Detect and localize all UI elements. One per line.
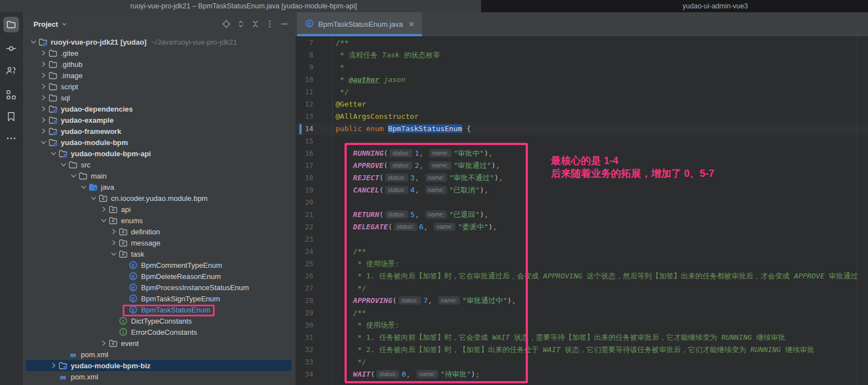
tree-item-pom.xml[interactable]: mpom.xml <box>23 371 295 382</box>
editor-tab[interactable]: E BpmTaskStatusEnum.java ✕ <box>297 12 422 36</box>
tree-item-.github[interactable]: .github <box>23 59 295 70</box>
line-number: 13 <box>295 110 313 123</box>
tree-item-ruoyi-vue-pro-jdk21-yudao-[interactable]: ruoyi-vue-pro-jdk21 [yudao]~/Java/ruoyi-… <box>23 36 295 47</box>
tree-item-api[interactable]: api <box>23 204 295 215</box>
tree-item-label: cn.iocoder.yudao.module.bpm <box>109 194 209 203</box>
structure-icon[interactable] <box>4 88 18 102</box>
tree-item-yudao-example[interactable]: yudao-example <box>23 114 295 126</box>
token: 审批通过 <box>825 272 858 280</box>
line-number: 26 <box>295 270 313 282</box>
tree-item-label: sql <box>59 94 72 102</box>
hide-panel-icon[interactable] <box>280 20 289 28</box>
locate-file-icon[interactable] <box>222 20 231 28</box>
line-number: 22 <box>295 221 313 233</box>
chevron-right-icon[interactable] <box>38 82 49 91</box>
tree-item-yudao-dependencies[interactable]: yudao-dependencies <box>23 103 295 114</box>
line-number: 15 <box>295 135 313 147</box>
window-title-bar-background-window[interactable]: yudao-ui-admin-vue3 <box>481 0 868 12</box>
editor-area: E BpmTaskStatusEnum.java ✕ 7891011121314… <box>295 12 868 385</box>
chevron-right-icon[interactable] <box>38 49 49 57</box>
tree-item-label: task <box>129 250 146 258</box>
more-options-icon[interactable] <box>265 20 274 28</box>
chevron-right-icon[interactable] <box>38 60 49 69</box>
chevron-right-icon[interactable] <box>109 238 119 247</box>
chevron-right-icon[interactable] <box>38 93 49 102</box>
chevron-right-icon[interactable] <box>109 227 119 236</box>
token: jason <box>379 75 405 84</box>
tree-item-.image[interactable]: .image <box>23 70 295 81</box>
chevron-right-icon[interactable] <box>38 104 49 113</box>
collapse-all-icon[interactable] <box>251 20 260 28</box>
chevron-down-icon[interactable] <box>49 149 59 158</box>
tree-item-dicttypeconstants[interactable]: IDictTypeConstants <box>23 315 295 326</box>
chevron-down-icon[interactable] <box>89 194 99 203</box>
chevron-down-icon[interactable] <box>99 216 109 225</box>
line-number: 31 <box>295 331 313 344</box>
chevron-right-icon[interactable] <box>38 116 49 124</box>
tree-item-message[interactable]: message <box>23 237 295 248</box>
tree-item-errorcodeconstants[interactable]: IErrorCodeConstants <box>23 326 295 338</box>
tree-item-bpmtaskstatusenum[interactable]: EBpmTaskStatusEnum <box>23 304 295 315</box>
bookmarks-icon[interactable] <box>4 110 18 123</box>
token: 这个状态，然后等到【加签】出来的任务都被审批后，才会变成 <box>583 272 794 280</box>
tree-item-bpmprocessinstancestatusenum[interactable]: EBpmProcessInstanceStatusEnum <box>23 282 295 293</box>
tree-item-.gitee[interactable]: .gitee <box>23 47 295 59</box>
window-title: ruoyi-vue-pro-jdk21 – BpmTaskStatusEnum.… <box>130 0 357 12</box>
chevron-spacer <box>59 350 69 359</box>
tree-item-label: main <box>89 172 108 180</box>
tree-item-yudao-module-bpm[interactable]: yudao-module-bpm <box>23 137 295 148</box>
tree-item-cn.iocoder.yudao.module.bpm[interactable]: cn.iocoder.yudao.module.bpm <box>23 192 295 204</box>
more-tool-windows-icon[interactable] <box>4 132 18 145</box>
tree-item-label: yudao-module-bpm <box>59 138 130 147</box>
commit-icon[interactable] <box>4 42 18 55</box>
tree-item-java[interactable]: java <box>23 181 295 192</box>
enum-file-icon: E <box>305 19 314 30</box>
tree-item-label: enums <box>119 216 144 225</box>
tree-item-enums[interactable]: enums <box>23 215 295 226</box>
tab-close-icon[interactable]: ✕ <box>409 21 415 28</box>
pull-requests-icon[interactable]: ? <box>4 64 18 78</box>
interface-icon: I <box>119 316 128 325</box>
project-folder-icon[interactable] <box>3 17 19 32</box>
tree-item-label: event <box>119 339 140 348</box>
token: BpmTaskStatusEnum <box>388 124 462 133</box>
enum-icon: E <box>129 283 138 292</box>
chevron-right-icon[interactable] <box>38 127 49 136</box>
tree-item-yudao-module-bpm-biz[interactable]: yudao-module-bpm-biz <box>23 360 295 371</box>
tree-item-sql[interactable]: sql <box>23 92 295 103</box>
module-icon <box>38 37 47 46</box>
code-line-12: @Getter <box>336 98 858 110</box>
tree-item-bpmtasksigntypeenum[interactable]: EBpmTaskSignTypeEnum <box>23 293 295 304</box>
tree-item-pom.xml[interactable]: mpom.xml <box>23 349 295 360</box>
tree-item-task[interactable]: task <box>23 248 295 259</box>
chevron-right-icon[interactable] <box>99 205 109 214</box>
token: 状态，它们需要等待该任务被审批后，它们才能继续变为 <box>560 345 750 354</box>
tree-item-event[interactable]: event <box>23 338 295 349</box>
editor-tab-bar: E BpmTaskStatusEnum.java ✕ <box>295 12 868 36</box>
chevron-down-icon[interactable] <box>59 160 69 169</box>
tree-item-yudao-framework[interactable]: yudao-framework <box>23 126 295 137</box>
chevron-down-icon[interactable] <box>38 138 49 147</box>
chevron-down-icon[interactable] <box>79 182 89 191</box>
tree-item-bpmdeletereasonenum[interactable]: EBpmDeleteReasonEnum <box>23 271 295 282</box>
expand-all-icon[interactable] <box>236 20 245 28</box>
tree-item-script[interactable]: script <box>23 81 295 92</box>
folder-icon <box>79 171 88 180</box>
svg-text:E: E <box>132 285 135 291</box>
tree-item-main[interactable]: main <box>23 170 295 181</box>
tree-item-bpmcommenttypeenum[interactable]: EBpmCommentTypeEnum <box>23 259 295 271</box>
line-number: 28 <box>295 295 313 307</box>
chevron-down-icon[interactable] <box>28 37 38 46</box>
chevron-down-icon[interactable] <box>69 171 79 180</box>
code-editor[interactable]: 7891011121314151617181920212223242526272… <box>295 36 868 385</box>
chevron-right-icon[interactable] <box>49 361 59 370</box>
tree-item-yudao-module-bpm-api[interactable]: yudao-module-bpm-api <box>23 148 295 159</box>
window-title-bar-intellij[interactable]: ruoyi-vue-pro-jdk21 – BpmTaskStatusEnum.… <box>0 0 481 12</box>
tree-item-definition[interactable]: definition <box>23 226 295 237</box>
tree-item-src[interactable]: src <box>23 159 295 170</box>
background-window-title: yudao-ui-admin-vue3 <box>682 0 748 12</box>
chevron-right-icon[interactable] <box>99 339 109 348</box>
project-panel-title[interactable]: Project <box>33 12 67 37</box>
chevron-right-icon[interactable] <box>38 71 49 80</box>
chevron-down-icon[interactable] <box>109 249 119 258</box>
